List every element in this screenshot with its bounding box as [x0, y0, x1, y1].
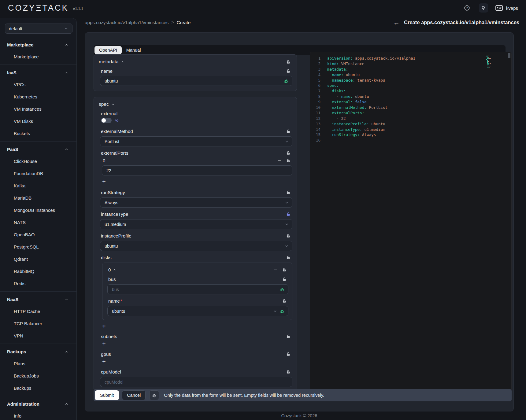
metadata-name-input[interactable] [100, 76, 292, 86]
add-port-button[interactable]: + [102, 179, 109, 185]
editor-scrollbar[interactable] [508, 53, 510, 58]
chevron-down-icon [284, 139, 289, 144]
sidebar-item-kubernetes[interactable]: Kubernetes [0, 90, 76, 103]
port-lock-button[interactable] [286, 158, 291, 163]
sidebar-item-backups[interactable]: Backups [0, 382, 76, 394]
sidebar-group-iaas[interactable]: IaaS [0, 67, 76, 78]
runStrategy-lock-button[interactable] [286, 190, 291, 195]
sidebar-item-info[interactable]: Info [0, 410, 76, 420]
chevron-down-icon [284, 200, 289, 205]
sidebar-item-vm-instances[interactable]: VM Instances [0, 103, 76, 115]
sidebar-item-openbao[interactable]: OpenBAO [0, 228, 76, 241]
externalMethod-select[interactable]: PortList [100, 136, 292, 146]
breadcrumb-current: Create [177, 20, 191, 25]
externalMethod-lock-button[interactable] [286, 129, 291, 134]
sidebar-item-clickhouse[interactable]: ClickHouse [0, 155, 76, 167]
revert-default-icon[interactable] [115, 118, 119, 123]
sidebar-divider [0, 141, 76, 142]
back-arrow-icon[interactable]: ← [393, 19, 400, 26]
instanceType-lock-button[interactable] [286, 212, 291, 216]
question-circle-icon [464, 5, 470, 11]
sidebar-item-http-cache[interactable]: HTTP Cache [0, 305, 76, 317]
disks-lock-button[interactable] [286, 255, 291, 260]
sidebar-item-plans[interactable]: Plans [0, 357, 76, 370]
accept-default-button[interactable] [280, 287, 285, 292]
instanceProfile-lock-button[interactable] [286, 234, 291, 238]
spec-section-toggle[interactable]: spec [99, 101, 115, 107]
name-lock-button[interactable] [286, 69, 291, 73]
remove-disk-button[interactable]: − [274, 267, 277, 273]
runStrategy-select[interactable]: Always [100, 197, 292, 208]
sidebar-item-postgresql[interactable]: PostgreSQL [0, 241, 76, 253]
instanceProfile-select[interactable]: ubuntu [100, 241, 292, 251]
externalPorts-lock-button[interactable] [286, 151, 291, 155]
disk-item-toggle[interactable]: 0 [108, 267, 116, 272]
sidebar-item-qdrant[interactable]: Qdrant [0, 253, 76, 265]
open-lock-icon [286, 69, 291, 73]
lightbulb-icon [481, 6, 486, 11]
sidebar-group-administration[interactable]: Administration [0, 398, 76, 410]
remove-port-button[interactable]: − [278, 158, 281, 164]
sidebar-item-vpcs[interactable]: VPCs [0, 78, 76, 90]
thumbs-up-icon [280, 287, 285, 292]
yaml-editor[interactable]: 1apiVersion: apps.cozystack.io/v1alpha12… [310, 52, 512, 393]
sidebar-item-tcp-balancer[interactable]: TCP Balancer [0, 317, 76, 330]
cpuModel-input[interactable] [100, 377, 292, 387]
gpus-lock-button[interactable] [286, 352, 291, 356]
accept-default-button[interactable] [280, 308, 285, 314]
sidebar-item-foundationdb[interactable]: FoundationDB [0, 167, 76, 179]
sidebar-item-backupjobs[interactable]: BackupJobs [0, 370, 76, 382]
sidebar-item-marketplace[interactable]: Marketplace [0, 50, 76, 63]
disk-lock-button[interactable] [282, 267, 287, 272]
metadata-lock-button[interactable] [286, 60, 291, 64]
editor-line: 13 instanceProfile: ubuntu [310, 121, 511, 127]
disk-name-lock-button[interactable] [282, 299, 287, 303]
editor-line: 9 external: false [310, 99, 511, 105]
externalPorts-item-index: 0 [103, 158, 105, 163]
sidebar-group-naas[interactable]: NaaS [0, 293, 76, 305]
cpuModel-lock-button[interactable] [286, 370, 291, 374]
line-number: 3 [310, 67, 320, 72]
sidebar-group-paas[interactable]: PaaS [0, 143, 76, 155]
breadcrumb-path-link[interactable]: apps.cozystack.io/v1alpha1/vminstances [85, 20, 169, 25]
sidebar-item-rabbitmq[interactable]: RabbitMQ [0, 265, 76, 277]
tab-openapi[interactable]: OpenAPI [94, 46, 122, 54]
external-toggle[interactable] [101, 118, 112, 123]
sidebar-item-mongodb-instances[interactable]: MongoDB Instances [0, 204, 76, 216]
add-subnet-button[interactable]: + [102, 341, 109, 347]
subnets-lock-button[interactable] [286, 334, 291, 339]
metadata-section-toggle[interactable]: metadata [99, 59, 124, 64]
sidebar-item-buckets[interactable]: Buckets [0, 127, 76, 139]
bus-lock-button[interactable] [282, 277, 287, 282]
add-gpu-button[interactable]: + [102, 359, 109, 365]
editor-line: 1apiVersion: apps.cozystack.io/v1alpha1 [310, 56, 511, 61]
sidebar-item-redis[interactable]: Redis [0, 277, 76, 289]
editor-line: 10 externalMethod: PortList [310, 105, 511, 110]
sidebar-item-kafka[interactable]: Kafka [0, 179, 76, 192]
line-number: 13 [310, 121, 320, 127]
open-lock-icon [286, 151, 291, 155]
debug-button[interactable] [149, 390, 159, 400]
cancel-button[interactable]: Cancel [122, 390, 146, 400]
sidebar-item-nats[interactable]: NATS [0, 216, 76, 228]
sidebar-group-backups[interactable]: Backups [0, 346, 76, 357]
externalPorts-value-input[interactable] [102, 165, 292, 175]
username: kvaps [506, 6, 518, 11]
theme-toggle-button[interactable] [479, 3, 488, 13]
open-lock-icon [282, 277, 287, 282]
sidebar-item-mariadb[interactable]: MariaDB [0, 192, 76, 204]
namespace-select[interactable]: default [5, 24, 72, 34]
sidebar-item-vpn[interactable]: VPN [0, 330, 76, 342]
disk-name-select[interactable]: ubuntu [107, 306, 288, 316]
user-menu[interactable]: kvaps [495, 3, 518, 13]
tab-manual[interactable]: Manual [122, 46, 146, 54]
instanceType-select[interactable]: u1.medium [100, 219, 292, 229]
add-disk-button[interactable]: + [102, 323, 109, 329]
bus-input[interactable] [107, 284, 288, 294]
sidebar-group-marketplace[interactable]: Marketplace [0, 39, 76, 50]
accept-default-button[interactable] [284, 78, 289, 83]
help-button[interactable] [462, 3, 472, 13]
sidebar-item-vm-disks[interactable]: VM Disks [0, 115, 76, 127]
submit-button[interactable]: Submit [95, 390, 119, 400]
cozystack-app: COZYΞTACK v1.1.1 kvaps default Marketpla… [0, 0, 526, 420]
